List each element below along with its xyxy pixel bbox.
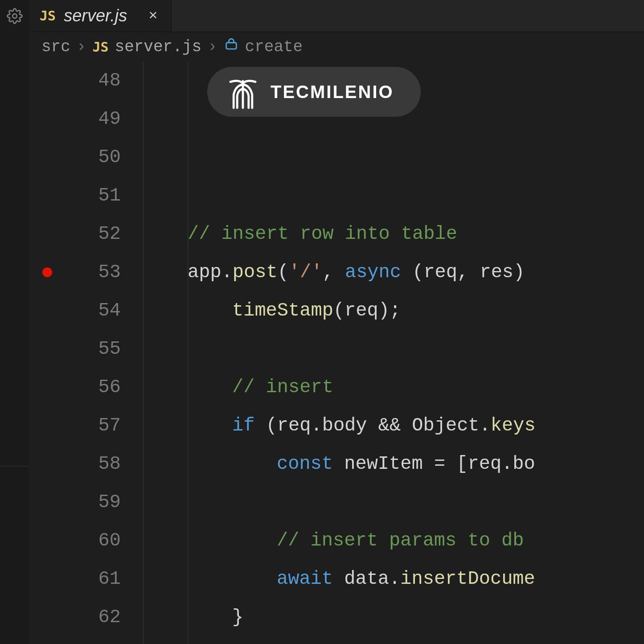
code-line[interactable]: timeStamp(req); <box>140 291 644 330</box>
svg-rect-1 <box>226 42 236 49</box>
line-number-gutter[interactable]: 484950515253545556575859606162 <box>29 62 140 644</box>
line-number[interactable]: 52 <box>29 215 121 253</box>
token-id: req <box>423 253 457 291</box>
brand-name: TECMILENIO <box>271 82 394 102</box>
code-line[interactable] <box>140 483 644 521</box>
token-func: post <box>233 253 278 291</box>
token-punct: ) <box>513 253 525 291</box>
symbol-icon <box>224 37 239 57</box>
tab-title: server.js <box>64 6 127 25</box>
token-func: timeStamp <box>232 291 333 330</box>
token-punct <box>333 445 344 483</box>
token-punct: ); <box>378 291 401 330</box>
svg-point-0 <box>12 14 17 18</box>
token-punct: = [ <box>423 445 468 483</box>
token-punct: ( <box>254 406 277 445</box>
line-number[interactable]: 54 <box>29 291 121 330</box>
token-punct: , <box>323 253 345 291</box>
token-id: data <box>344 560 389 598</box>
token-comment: // insert <box>232 368 333 406</box>
code-line[interactable] <box>140 636 644 644</box>
code-area[interactable]: // insert row into tableapp.post('/', as… <box>140 62 644 644</box>
breakpoint-icon[interactable] <box>42 267 52 277</box>
token-id: req <box>277 406 311 445</box>
token-punct: . <box>389 560 400 598</box>
token-id: newItem <box>344 445 422 483</box>
settings-icon[interactable] <box>6 7 24 25</box>
activity-bar <box>0 0 29 644</box>
chevron-right-icon: › <box>208 38 217 56</box>
token-str: '/' <box>289 253 323 291</box>
line-number[interactable]: 61 <box>29 560 121 598</box>
indent-guide <box>188 62 188 644</box>
code-line[interactable]: const newItem = [req.bo <box>140 445 644 483</box>
code-line[interactable]: // insert row into table <box>140 215 644 253</box>
line-number[interactable]: 55 <box>29 330 121 368</box>
token-id: Object <box>412 406 479 445</box>
side-divider <box>0 466 29 467</box>
js-file-icon: JS <box>92 39 108 55</box>
line-number[interactable]: 58 <box>29 445 121 483</box>
token-punct: . <box>311 406 322 445</box>
token-id: req <box>345 291 378 330</box>
brand-overlay: TECMILENIO <box>207 67 421 117</box>
line-number[interactable]: 53 <box>29 253 121 291</box>
line-number[interactable]: 51 <box>29 176 121 215</box>
line-number[interactable]: 49 <box>29 100 121 138</box>
tecmilenio-logo-icon <box>225 74 261 110</box>
line-number[interactable]: 50 <box>29 138 121 176</box>
token-id: body <box>322 406 367 445</box>
token-punct: .bo <box>501 445 535 483</box>
token-func: insertDocume <box>400 560 535 598</box>
line-number[interactable]: 48 <box>29 62 121 100</box>
editor[interactable]: 484950515253545556575859606162 // insert… <box>29 62 644 644</box>
code-line[interactable]: } <box>140 598 644 636</box>
token-comment: // insert row into table <box>188 215 457 253</box>
code-line[interactable]: await data.insertDocume <box>140 560 644 598</box>
breadcrumb-file[interactable]: server.js <box>115 38 201 56</box>
close-icon[interactable]: × <box>148 8 157 25</box>
code-line[interactable] <box>140 330 644 368</box>
token-id: app <box>188 253 222 291</box>
token-punct <box>333 560 344 598</box>
token-comment: // insert params to db <box>277 521 524 560</box>
code-line[interactable]: if (req.body && Object.keys <box>140 406 644 445</box>
token-punct: ( <box>333 291 345 330</box>
token-punct: ( <box>401 253 423 291</box>
code-line[interactable]: // insert <box>140 368 644 406</box>
token-func: keys <box>491 406 536 445</box>
chevron-right-icon: › <box>77 38 86 56</box>
js-file-icon: JS <box>40 8 56 24</box>
breadcrumb[interactable]: src › JS server.js › create <box>29 32 644 62</box>
tab-serverjs[interactable]: JS server.js × <box>29 0 172 32</box>
line-number[interactable]: 59 <box>29 483 121 521</box>
token-keyword: await <box>277 560 333 598</box>
breadcrumb-folder[interactable]: src <box>41 38 70 56</box>
token-id: req <box>468 445 502 483</box>
token-punct: . <box>222 253 233 291</box>
token-punct: , <box>457 253 480 291</box>
token-punct: ( <box>278 253 289 291</box>
token-punct: . <box>480 406 491 445</box>
token-keyword: async <box>345 253 401 291</box>
token-punct: && <box>367 406 412 445</box>
indent-guide <box>143 62 144 644</box>
breadcrumb-symbol[interactable]: create <box>245 38 303 56</box>
line-number[interactable]: 57 <box>29 406 121 445</box>
line-number[interactable]: 56 <box>29 368 121 406</box>
code-line[interactable]: // insert params to db <box>140 521 644 560</box>
line-number[interactable]: 60 <box>29 521 121 560</box>
token-id: res <box>480 253 513 291</box>
token-keyword: const <box>277 445 333 483</box>
token-keyword: if <box>232 406 254 445</box>
tab-bar: JS server.js × <box>29 0 644 32</box>
token-punct: } <box>232 598 243 636</box>
line-number[interactable]: 62 <box>29 598 121 636</box>
code-line[interactable]: app.post('/', async (req, res) <box>140 253 644 291</box>
